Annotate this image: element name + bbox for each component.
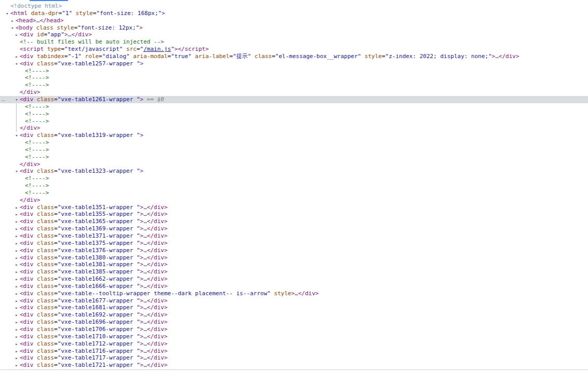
dom-tree-row[interactable]: <!-- built files will be auto injected -… <box>0 38 588 46</box>
punctuation-token: = <box>54 362 58 368</box>
expand-arrow-collapsed-icon[interactable]: ▸ <box>13 226 20 233</box>
dom-tree-row[interactable]: ▸<div class="vxe-table--tooltip-wrapper … <box>0 290 588 297</box>
expand-arrow-collapsed-icon[interactable]: ▸ <box>13 32 20 39</box>
dom-tree-row[interactable]: ▸<div class="vxe-table1721-wrapper ">…</… <box>0 362 588 369</box>
attribute-value-token: "vxe-table1716-wrapper " <box>58 348 140 354</box>
attribute-name-token: aria-modal <box>130 53 168 60</box>
dom-tree-row[interactable]: </div> <box>0 197 588 204</box>
dom-tree-row[interactable]: ▸<div class="vxe-table1662-wrapper ">…</… <box>0 275 588 283</box>
dom-tree-row[interactable]: ▾<div class="vxe-table1257-wrapper "> <box>0 60 588 67</box>
dom-tree-row[interactable]: ▸<div class="vxe-table1677-wrapper ">…</… <box>0 297 588 305</box>
expand-arrow-collapsed-icon[interactable]: ▸ <box>13 269 20 276</box>
dom-tree-row[interactable]: </div> <box>0 89 588 96</box>
expand-arrow-open-icon[interactable]: ▾ <box>9 25 16 32</box>
tag-token: <div <box>20 311 34 318</box>
expand-arrow-collapsed-icon[interactable]: ▸ <box>9 18 16 25</box>
dom-tree-row[interactable]: ▸<div class="vxe-table1381-wrapper ">…</… <box>0 261 588 268</box>
dom-tree-row[interactable]: <!doctype html> <box>0 3 588 10</box>
expand-arrow-collapsed-icon[interactable]: ▸ <box>13 283 20 291</box>
dom-tree-row[interactable]: ▸<div class="vxe-table1681-wrapper ">…</… <box>0 304 588 311</box>
dom-tree-row[interactable]: ▾<body class style="font-size: 12px;"> <box>0 24 588 32</box>
dom-tree-row[interactable]: ▸<div class="vxe-table1380-wrapper ">…</… <box>0 254 588 261</box>
dom-tree-row[interactable]: ▸<div class="vxe-table1375-wrapper ">…</… <box>0 240 588 247</box>
dom-tree-row[interactable]: ▸<div id="app">…</div> <box>0 31 588 38</box>
dom-tree-row[interactable]: ▸<div class="vxe-table1717-wrapper ">…</… <box>0 354 588 362</box>
expand-arrow-collapsed-icon[interactable]: ▸ <box>13 341 20 348</box>
expand-arrow-collapsed-icon[interactable]: ▸ <box>13 276 20 283</box>
tag-token: <div <box>20 168 34 174</box>
dom-tree-row[interactable]: ▸<div tabindex="-1" role="dialog" aria-m… <box>0 53 588 60</box>
expand-arrow-collapsed-icon[interactable]: ▸ <box>13 348 20 355</box>
dom-tree-row[interactable]: ▸<div class="vxe-table1355-wrapper ">…</… <box>0 211 588 218</box>
dom-tree-row[interactable]: ▸<div class="vxe-table1666-wrapper ">…</… <box>0 283 588 290</box>
expand-arrow-collapsed-icon[interactable]: ▸ <box>13 334 20 341</box>
dom-tree-row[interactable]: ▸<div class="vxe-table1692-wrapper ">…</… <box>0 311 588 319</box>
expand-arrow-collapsed-icon[interactable]: ▸ <box>13 211 20 218</box>
dom-tree-row[interactable]: ▾<div class="vxe-table1319-wrapper "> <box>0 132 588 139</box>
attribute-name-token: class <box>34 247 54 254</box>
dom-tree-row[interactable]: ▾<div class="vxe-table1323-wrapper "> <box>0 168 588 175</box>
expand-arrow-open-icon[interactable]: ▾ <box>13 61 20 68</box>
expand-arrow-collapsed-icon[interactable]: ▸ <box>13 53 20 61</box>
dom-tree-row[interactable]: <!----> <box>0 74 588 81</box>
dom-tree-row[interactable]: <!----> <box>0 146 588 154</box>
dom-tree-row[interactable]: <!----> <box>0 139 588 146</box>
dom-tree-row-selected[interactable]: …▾<div class="vxe-table1261-wrapper "> =… <box>0 96 588 103</box>
expand-arrow-collapsed-icon[interactable]: ▸ <box>13 233 20 240</box>
dom-tree-row[interactable]: ▸<div class="vxe-table1710-wrapper ">…</… <box>0 333 588 340</box>
dom-tree-row[interactable]: ▾<html data-dpr="1" style="font-size: 16… <box>0 10 588 17</box>
dom-tree-row[interactable]: <!----> <box>0 175 588 182</box>
dom-tree-row[interactable]: ▸<div class="vxe-table1706-wrapper ">…</… <box>0 326 588 333</box>
expand-arrow-collapsed-icon[interactable]: ▸ <box>13 240 20 247</box>
expand-arrow-collapsed-icon[interactable]: ▸ <box>13 298 20 305</box>
dom-tree-row[interactable]: <!----> <box>0 103 588 111</box>
dom-tree-row[interactable]: ▸<div class="vxe-table1696-wrapper ">…</… <box>0 319 588 326</box>
expand-arrow-collapsed-icon[interactable]: ▸ <box>13 247 20 255</box>
dom-tree-row[interactable]: <!----> <box>0 154 588 161</box>
collapsed-content-ellipsis[interactable]: … <box>495 53 499 60</box>
expand-arrow-collapsed-icon[interactable]: ▸ <box>13 204 20 212</box>
expand-arrow-collapsed-icon[interactable]: ▸ <box>13 261 20 269</box>
dom-tree-row[interactable]: ▸<div class="vxe-table1371-wrapper ">…</… <box>0 232 588 240</box>
dom-tree-row[interactable]: <!----> <box>0 189 588 197</box>
expand-arrow-collapsed-icon[interactable]: ▸ <box>13 326 20 334</box>
expand-arrow-collapsed-icon[interactable]: ▸ <box>13 312 20 319</box>
dom-tree-row[interactable]: ▸<div class="vxe-table1712-wrapper ">…</… <box>0 340 588 348</box>
expand-arrow-collapsed-icon[interactable]: ▸ <box>13 255 20 262</box>
row-options-dots-icon[interactable]: … <box>2 96 6 103</box>
expand-arrow-collapsed-icon[interactable]: ▸ <box>13 305 20 312</box>
expand-arrow-open-icon[interactable]: ▾ <box>4 10 10 18</box>
dom-tree-row[interactable]: ▸<head>…</head> <box>0 17 588 24</box>
dom-tree-row[interactable]: </div> <box>0 161 588 168</box>
expand-arrow-open-icon[interactable]: ▾ <box>13 168 20 175</box>
dom-tree-row[interactable]: ▸<div class="vxe-table1365-wrapper ">…</… <box>0 218 588 225</box>
attribute-value-token: "vxe-table1666-wrapper " <box>58 283 140 290</box>
dom-tree-row[interactable]: ▸<div class="vxe-table1351-wrapper ">…</… <box>0 204 588 211</box>
expand-arrow-collapsed-icon[interactable]: ▸ <box>13 362 20 369</box>
dom-tree-row[interactable]: <script type="text/javascript" src="/mai… <box>0 46 588 53</box>
punctuation-token: = <box>54 240 58 246</box>
attribute-value-token: "font-size: 12px;" <box>77 24 139 31</box>
resource-link[interactable]: /main.js <box>143 46 171 52</box>
expand-arrow-collapsed-icon[interactable]: ▸ <box>13 291 20 298</box>
top-accent-bar <box>30 0 68 1</box>
dom-tree-row[interactable]: </div> <box>0 125 588 132</box>
expand-arrow-collapsed-icon[interactable]: ▸ <box>13 218 20 226</box>
attribute-name-token: class <box>34 311 54 318</box>
punctuation-token: = <box>54 268 58 275</box>
dom-tree-row[interactable]: <!----> <box>0 182 588 189</box>
attribute-value-token: "vxe-table1677-wrapper " <box>58 297 140 304</box>
dom-tree-row[interactable]: <!----> <box>0 111 588 118</box>
expand-arrow-collapsed-icon[interactable]: ▸ <box>13 355 20 362</box>
dom-tree-row[interactable]: ▸<div class="vxe-table1385-wrapper ">…</… <box>0 268 588 275</box>
dom-tree-row[interactable]: ▸<div class="vxe-table1376-wrapper ">…</… <box>0 247 588 254</box>
dom-tree-row[interactable]: <!----> <box>0 81 588 89</box>
dom-tree-row[interactable]: ▸<div class="vxe-table1716-wrapper ">…</… <box>0 348 588 355</box>
expand-arrow-collapsed-icon[interactable]: ▸ <box>13 319 20 326</box>
dom-tree-row[interactable]: <!----> <box>0 118 588 125</box>
expand-arrow-open-icon[interactable]: ▾ <box>13 97 20 104</box>
expand-arrow-open-icon[interactable]: ▾ <box>13 132 20 140</box>
dom-tree-row[interactable]: ▸<div class="vxe-table1369-wrapper ">…</… <box>0 225 588 232</box>
dom-tree-row[interactable]: <!----> <box>0 67 588 75</box>
tag-token: </div> <box>147 240 168 246</box>
